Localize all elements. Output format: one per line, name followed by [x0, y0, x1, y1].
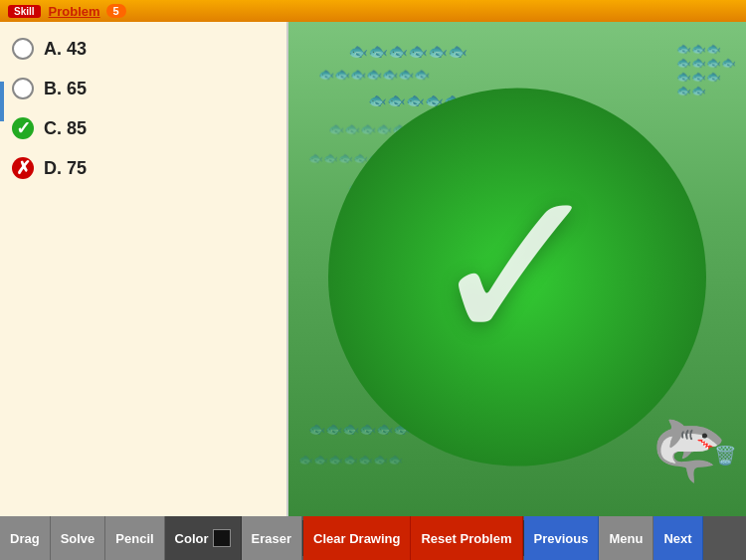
- main-area: A. 43 B. 65 ✓ C. 85 ✗ D. 75 🐟🐟🐟🐟🐟🐟 🐟🐟🐟🐟🐟…: [0, 22, 746, 516]
- color-swatch: [213, 529, 231, 547]
- next-button[interactable]: Next: [653, 516, 702, 560]
- reset-problem-button[interactable]: Reset Problem: [411, 516, 522, 560]
- trash-icon[interactable]: 🗑️: [714, 445, 736, 467]
- radio-d-wrong[interactable]: ✗: [12, 157, 34, 179]
- left-panel: A. 43 B. 65 ✓ C. 85 ✗ D. 75: [0, 22, 288, 516]
- answer-option-b[interactable]: B. 65: [12, 78, 275, 99]
- pencil-button[interactable]: Pencil: [105, 516, 164, 560]
- menu-button[interactable]: Menu: [599, 516, 653, 560]
- fish-4: 🐟🐟🐟🐟🐟🐟🐟🐟🐟🐟🐟🐟: [676, 42, 736, 97]
- clear-drawing-button[interactable]: Clear Drawing: [303, 516, 411, 560]
- drag-button[interactable]: Drag: [0, 516, 51, 560]
- answer-a-text: A. 43: [44, 39, 87, 60]
- checkmark-overlay: ✓: [328, 88, 706, 466]
- top-bar: Skill Problem 5: [0, 0, 746, 22]
- radio-a[interactable]: [12, 38, 34, 60]
- fish-1: 🐟🐟🐟🐟🐟🐟: [348, 42, 467, 61]
- problem-number: 5: [106, 4, 126, 18]
- fish-8: 🐟🐟🐟🐟🐟🐟: [308, 421, 410, 437]
- right-panel: 🐟🐟🐟🐟🐟🐟 🐟🐟🐟🐟🐟🐟🐟 🐟🐟🐟🐟🐟 🐟🐟🐟🐟🐟🐟🐟🐟🐟🐟🐟🐟 🐟🐟🐟🐟🐟🐟…: [288, 22, 746, 516]
- answer-option-d[interactable]: ✗ D. 75: [12, 157, 275, 179]
- color-label: Color: [175, 531, 209, 546]
- answer-d-text: D. 75: [44, 158, 87, 179]
- solve-button[interactable]: Solve: [51, 516, 106, 560]
- answer-b-text: B. 65: [44, 79, 87, 99]
- fish-9: 🐟🐟🐟🐟🐟🐟🐟: [298, 453, 403, 467]
- answer-c-text: C. 85: [44, 118, 87, 139]
- problem-label: Problem: [49, 4, 100, 19]
- eraser-button[interactable]: Eraser: [242, 516, 302, 560]
- radio-b[interactable]: [12, 78, 34, 99]
- color-button[interactable]: Color: [165, 516, 242, 560]
- checkmark-symbol: ✓: [426, 157, 609, 376]
- previous-button[interactable]: Previous: [524, 516, 600, 560]
- radio-c-correct[interactable]: ✓: [12, 117, 34, 139]
- skill-badge: Skill: [8, 5, 41, 18]
- fish-2: 🐟🐟🐟🐟🐟🐟🐟: [318, 67, 430, 82]
- answer-option-a[interactable]: A. 43: [12, 38, 275, 60]
- answer-option-c[interactable]: ✓ C. 85: [12, 117, 275, 139]
- left-blue-accent: [0, 82, 4, 121]
- bottom-toolbar: Drag Solve Pencil Color Eraser Clear Dra…: [0, 516, 746, 560]
